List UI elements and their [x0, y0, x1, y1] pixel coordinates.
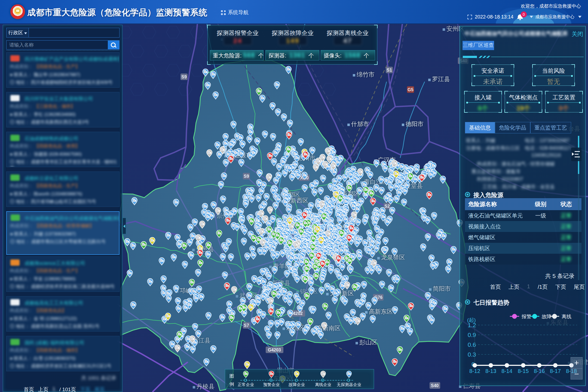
svg-text:S2: S2: [384, 204, 390, 209]
svg-text:S7: S7: [244, 323, 249, 328]
svg-text:8-16: 8-16: [534, 368, 545, 374]
svg-text:德阳市: 德阳市: [406, 121, 424, 127]
svg-text:S40: S40: [431, 383, 439, 388]
svg-text:罗江县: 罗江县: [432, 76, 450, 82]
svg-text:S9: S9: [181, 75, 187, 79]
svg-text:什邡市: 什邡市: [351, 121, 369, 127]
svg-text:绵竹市: 绵竹市: [357, 71, 375, 78]
svg-text:8-14: 8-14: [501, 368, 512, 374]
svg-text:龙泉驿区: 龙泉驿区: [381, 254, 405, 261]
svg-text:简阳市: 简阳市: [433, 285, 451, 292]
svg-text:丹棱县: 丹棱县: [197, 383, 215, 390]
svg-text:8-17: 8-17: [550, 368, 561, 374]
svg-text:8-12: 8-12: [469, 368, 480, 374]
svg-text:8-15: 8-15: [518, 368, 529, 374]
svg-text:报警: 报警: [521, 314, 531, 319]
svg-text:离线: 离线: [562, 314, 571, 319]
svg-text:高新东区: 高新东区: [369, 308, 393, 315]
svg-text:8-13: 8-13: [485, 368, 496, 374]
svg-text:彭山区: 彭山区: [359, 339, 377, 346]
svg-text:G4203: G4203: [268, 348, 281, 352]
svg-text:S9: S9: [244, 174, 249, 179]
svg-text:G5: G5: [408, 87, 413, 92]
svg-text:S1: S1: [387, 68, 392, 72]
